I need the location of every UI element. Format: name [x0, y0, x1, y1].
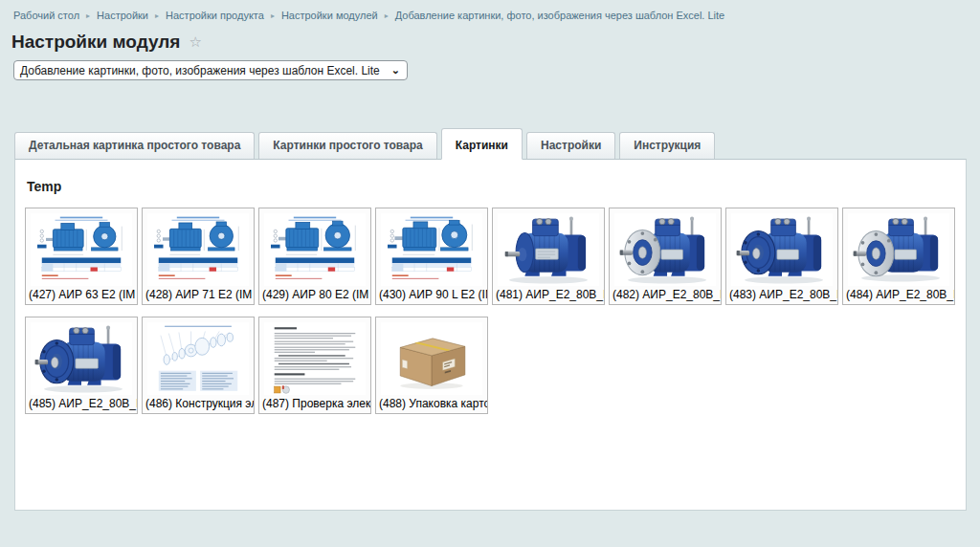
gallery-item[interactable]: (427) АИР 63 Е2 (IM 1081 — [25, 208, 138, 305]
motor-dimension-drawing-image — [264, 213, 366, 286]
motor-dimension-drawing-image — [31, 213, 132, 286]
breadcrumb: Рабочий стол▸Настройки▸Настройки продукт… — [0, 0, 980, 23]
cardboard-box-photo-image — [381, 322, 482, 395]
gallery-item[interactable]: (428) АИР 71 Е2 (IM 1081 — [142, 208, 255, 305]
breadcrumb-link-desktop[interactable]: Рабочий стол — [13, 10, 79, 21]
gallery-item-caption: (429) АИР 80 Е2 (IM 1081 — [259, 288, 370, 304]
gallery-item-caption: (487) Проверка электрод — [259, 397, 370, 413]
tab-pictures-simple-product[interactable]: Картинки простого товара — [258, 132, 436, 159]
content-panel: Temp — [14, 159, 967, 511]
gallery-item-caption: (427) АИР 63 Е2 (IM 1081 — [26, 288, 137, 304]
gallery-item-caption: (482) АИР_Е2_80В_IM20 — [610, 288, 721, 304]
gallery-item[interactable]: (487) Проверка электрод — [258, 317, 371, 414]
motor-photo-image — [614, 213, 716, 286]
breadcrumb-link-current-module[interactable]: Добавление картинки, фото, изображения ч… — [395, 10, 724, 21]
tab-settings[interactable]: Настройки — [526, 132, 615, 159]
gallery-item[interactable]: (483) АИР_Е2_80В_IM21 — [725, 208, 838, 305]
tab-instruction[interactable]: Инструкция — [619, 132, 715, 159]
gallery-item[interactable]: (482) АИР_Е2_80В_IM20 — [609, 208, 722, 305]
tab-pictures[interactable]: Картинки — [441, 128, 523, 160]
gallery-item-caption: (481) АИР_Е2_80В_IM10 — [493, 288, 604, 304]
text-document-image — [264, 322, 366, 395]
motor-dimension-drawing-image — [147, 213, 249, 286]
gallery-item-caption: (483) АИР_Е2_80В_IM21 — [726, 288, 837, 304]
gallery-item-caption: (486) Конструкция электр — [143, 397, 254, 413]
module-select[interactable]: Добавление картинки, фото, изображения ч… — [13, 60, 408, 80]
page-title-text: Настройки модуля — [11, 32, 180, 53]
page-title: Настройки модуля ☆ — [11, 32, 980, 53]
breadcrumb-separator-icon: ▸ — [155, 11, 159, 20]
gallery-item[interactable]: (486) Конструкция электр — [142, 317, 255, 414]
chevron-down-icon: ⌄ — [391, 65, 400, 76]
breadcrumb-separator-icon: ▸ — [86, 11, 90, 20]
breadcrumb-link-product-settings[interactable]: Настройки продукта — [166, 10, 264, 21]
exploded-diagram-image — [147, 322, 249, 395]
gallery-item[interactable]: (488) Упаковка картонная — [375, 317, 488, 414]
gallery-item[interactable]: (481) АИР_Е2_80В_IM10 — [492, 208, 605, 305]
breadcrumb-link-settings[interactable]: Настройки — [97, 10, 148, 21]
gallery-item[interactable]: (485) АИР_Е2_80В_IM36 — [25, 317, 138, 414]
gallery-item-caption: (484) АИР_Е2_80В_IM30 — [843, 288, 954, 304]
tab-detail-picture-simple-product[interactable]: Детальная картинка простого товара — [14, 132, 255, 159]
gallery-item-caption: (485) АИР_Е2_80В_IM36 — [26, 397, 137, 413]
breadcrumb-separator-icon: ▸ — [271, 11, 275, 20]
thumbnail-grid: (427) АИР 63 Е2 (IM 1081 — [15, 208, 966, 414]
gallery-item[interactable]: (430) АИР 90 L Е2 (IM 108 — [375, 208, 488, 305]
motor-dimension-drawing-image — [381, 213, 482, 286]
module-select-value: Добавление картинки, фото, изображения ч… — [20, 64, 380, 77]
gallery-item-caption: (428) АИР 71 Е2 (IM 1081 — [143, 288, 254, 304]
motor-photo-image — [731, 213, 833, 286]
gallery-item[interactable]: (484) АИР_Е2_80В_IM30 — [842, 208, 955, 305]
motor-photo-image — [498, 213, 599, 286]
breadcrumb-link-module-settings[interactable]: Настройки модулей — [281, 10, 378, 21]
gallery-section-heading: Temp — [27, 179, 966, 194]
gallery-item[interactable]: (429) АИР 80 Е2 (IM 1081 — [258, 208, 371, 305]
breadcrumb-separator-icon: ▸ — [385, 11, 389, 20]
gallery-item-caption: (430) АИР 90 L Е2 (IM 108 — [376, 288, 487, 304]
motor-photo-image — [31, 322, 132, 395]
motor-photo-image — [848, 213, 949, 286]
gallery-item-caption: (488) Упаковка картонная — [376, 397, 487, 413]
favorite-star-icon[interactable]: ☆ — [189, 33, 201, 51]
tab-bar: Детальная картинка простого товара Карти… — [14, 128, 980, 159]
